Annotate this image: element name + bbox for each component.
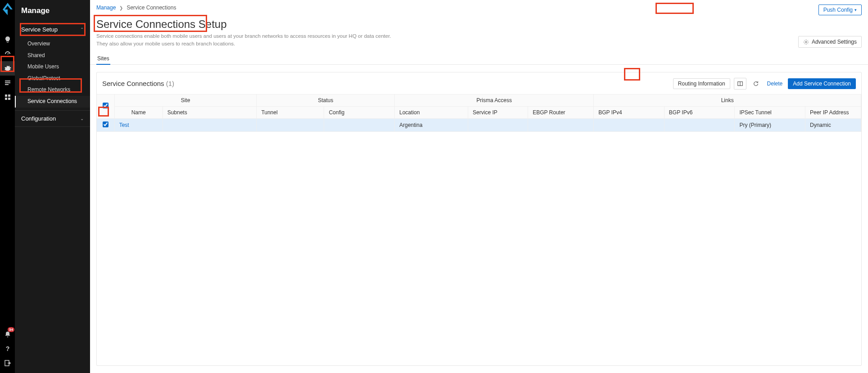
chevron-up-icon: ⌃ (80, 27, 84, 32)
sidebar-item-mobile-users[interactable]: Mobile Users (15, 61, 90, 73)
page-description-1: Service connections enable both mobile u… (96, 32, 391, 40)
exit-icon[interactable] (0, 356, 15, 370)
refresh-button[interactable] (750, 78, 762, 89)
breadcrumb: Manage ❯ Service Connections (96, 4, 176, 11)
row-service-ip (468, 118, 528, 131)
svg-rect-3 (5, 84, 9, 85)
svg-text:?: ? (5, 345, 9, 352)
svg-rect-1 (5, 81, 10, 81)
push-config-label: Push Config (823, 7, 853, 13)
col-peer[interactable]: Peer IP Address (805, 106, 861, 118)
sidebar-item-shared[interactable]: Shared (15, 50, 90, 62)
brand-logo (3, 3, 13, 17)
col-config[interactable]: Config (324, 106, 395, 118)
row-ipsec: Pry (Primary) (735, 118, 805, 131)
col-name[interactable]: Name (114, 106, 163, 118)
columns-icon (737, 81, 743, 87)
svg-rect-4 (5, 94, 7, 97)
row-config (324, 118, 395, 131)
sidebar-item-globalprotect[interactable]: GlobalProtect (15, 73, 90, 85)
sidebar-group-label: Configuration (21, 115, 56, 122)
svg-rect-5 (8, 94, 10, 97)
sidebar-group-label: Service Setup (21, 26, 58, 33)
advanced-settings-button[interactable]: Advanced Settings (798, 36, 862, 48)
sidebar-group-configuration: Configuration ⌄ (15, 111, 90, 127)
select-all-header[interactable] (97, 94, 114, 118)
group-header-links: Links (594, 94, 861, 106)
svg-rect-2 (5, 82, 10, 83)
nav-dashboard-icon[interactable] (0, 47, 15, 61)
tabs: Sites (90, 53, 868, 65)
breadcrumb-root[interactable]: Manage (96, 4, 116, 11)
row-location: Argentina (394, 118, 468, 131)
help-icon[interactable]: ? (0, 342, 15, 356)
row-bgp4 (594, 118, 665, 131)
svg-point-10 (805, 41, 807, 43)
group-header-site: Site (114, 94, 257, 106)
sidebar-group-head-service-setup[interactable]: Service Setup ⌃ (15, 22, 90, 37)
columns-button[interactable] (734, 78, 746, 90)
breadcrumb-current: Service Connections (127, 4, 176, 11)
page-title: Service Connections Setup (96, 18, 391, 31)
nav-insights-icon[interactable] (0, 32, 15, 47)
chevron-down-icon: ▾ (854, 8, 857, 12)
col-bgp6[interactable]: BGP IPv6 (664, 106, 735, 118)
tab-sites[interactable]: Sites (96, 53, 110, 64)
push-config-button[interactable]: Push Config ▾ (818, 4, 862, 15)
main-content: Manage ❯ Service Connections Push Config… (90, 0, 868, 373)
svg-rect-6 (5, 98, 7, 100)
service-connections-panel: Service Connections (1) Routing Informat… (96, 72, 862, 366)
gear-icon (803, 39, 809, 45)
chevron-down-icon: ⌄ (80, 116, 84, 121)
sidebar-item-overview[interactable]: Overview (15, 38, 90, 50)
row-ebgp (528, 118, 594, 131)
row-checkbox-cell[interactable] (97, 118, 114, 131)
group-header-prisma: Prisma Access (394, 94, 593, 106)
svg-marker-0 (3, 3, 13, 15)
table-row[interactable]: Test Argentina Pry (Primary) Dynamic (97, 118, 861, 131)
nav-apps-icon[interactable] (0, 90, 15, 104)
sidebar-item-service-connections[interactable]: Service Connections (15, 96, 90, 108)
row-subnets (163, 118, 257, 131)
nav-logs-icon[interactable] (0, 76, 15, 90)
advanced-settings-label: Advanced Settings (812, 39, 857, 45)
sidebar-group-service-setup: Service Setup ⌃ Overview Shared Mobile U… (15, 22, 90, 111)
chevron-right-icon: ❯ (119, 5, 123, 10)
col-ebgp[interactable]: EBGP Router (528, 106, 594, 118)
row-bgp6 (664, 118, 735, 131)
sidebar: Manage Service Setup ⌃ Overview Shared M… (15, 0, 90, 373)
service-connections-table: Site Status Prisma Access Links Name Sub… (97, 94, 861, 132)
add-service-connection-button[interactable]: Add Service Connection (788, 78, 856, 89)
page-description-2: They also allow your mobile users to rea… (96, 40, 391, 48)
col-service-ip[interactable]: Service IP (468, 106, 528, 118)
panel-actions: Routing Information Delete Add Service C… (673, 78, 856, 90)
notifications-icon[interactable]: 34 (0, 327, 15, 342)
group-header-status: Status (257, 94, 395, 106)
refresh-icon (753, 81, 759, 87)
row-checkbox[interactable] (103, 121, 108, 127)
col-subnets[interactable]: Subnets (163, 106, 257, 118)
icon-rail: 34 ? (0, 0, 15, 373)
row-name[interactable]: Test (114, 118, 163, 131)
col-ipsec[interactable]: IPSec Tunnel (735, 106, 805, 118)
svg-rect-7 (8, 98, 10, 100)
col-bgp4[interactable]: BGP IPv4 (594, 106, 665, 118)
col-tunnel[interactable]: Tunnel (257, 106, 324, 118)
sidebar-title: Manage (15, 2, 90, 22)
col-location[interactable]: Location (394, 106, 468, 118)
sidebar-item-remote-networks[interactable]: Remote Networks (15, 84, 90, 96)
notification-badge: 34 (8, 327, 14, 332)
row-peer: Dynamic (805, 118, 861, 131)
sidebar-group-head-configuration[interactable]: Configuration ⌄ (15, 111, 90, 126)
routing-information-button[interactable]: Routing Information (673, 78, 730, 89)
select-all-checkbox[interactable] (103, 103, 108, 108)
nav-manage-icon[interactable] (0, 61, 15, 76)
delete-button[interactable]: Delete (765, 79, 785, 89)
row-tunnel (257, 118, 324, 131)
panel-title: Service Connections (1) (102, 80, 174, 87)
